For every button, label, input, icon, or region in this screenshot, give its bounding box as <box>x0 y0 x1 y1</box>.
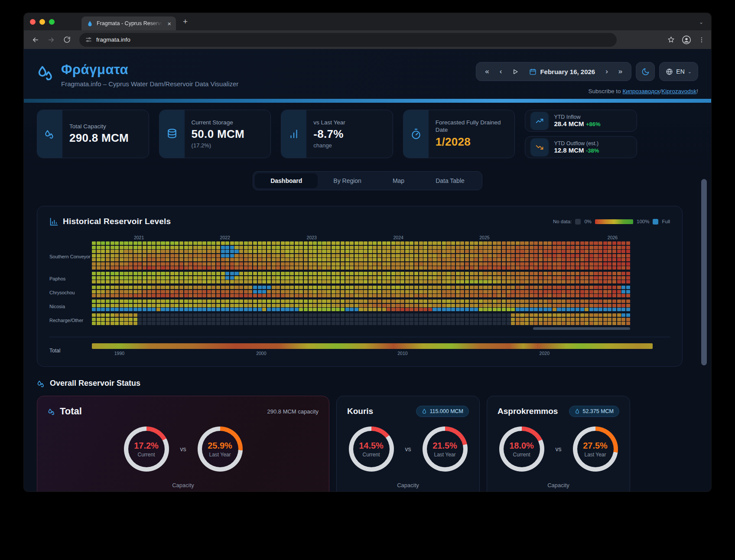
new-tab-button[interactable]: + <box>183 17 188 26</box>
current-date[interactable]: February 16, 2026 <box>540 68 595 75</box>
page-content: Φράγματα Fragmata.info – Cyprus Water Da… <box>24 49 711 492</box>
stat-value: 50.0 MCM <box>192 127 244 141</box>
forward-icon[interactable] <box>45 33 58 46</box>
status-cards-row: Total 290.8 MCM capacity 17.2%Current vs… <box>37 396 698 492</box>
url-bar[interactable]: fragmata.info <box>79 33 617 47</box>
subscribe-link-en[interactable]: Kiprozavodsk <box>661 88 696 94</box>
stat-sub: (17.2%) <box>192 142 244 149</box>
heatmap-horizontal-scrollbar[interactable] <box>533 327 630 330</box>
capacity-label: Capacity <box>48 482 319 488</box>
card-title: Asprokremmos <box>498 407 558 416</box>
heatmap-group-label: Southern Conveyor <box>49 241 92 272</box>
last-year-gauge: 27.5%Last Year <box>573 427 618 472</box>
capacity-value: 52.375 MCM <box>498 490 619 492</box>
droplet-icon <box>422 409 427 414</box>
capacity-value: 290.804 MCM <box>48 490 319 492</box>
capacity-label: Capacity <box>498 482 619 488</box>
database-icon <box>159 110 185 158</box>
droplets-icon <box>48 407 56 416</box>
droplet-icon <box>575 409 580 414</box>
header-controls: « ‹ February 16, 2026 › » <box>476 62 698 81</box>
back-icon[interactable] <box>29 33 42 46</box>
stat-sub: change <box>313 142 345 149</box>
droplets-icon <box>37 379 46 388</box>
stat-label: vs Last Year <box>313 119 345 127</box>
subscribe-link-ru[interactable]: Кипрозаводск <box>622 88 660 94</box>
page-scrollbar[interactable] <box>701 179 707 365</box>
last-year-gauge: 21.5%Last Year <box>423 427 468 472</box>
legend-no-data-label: No data: <box>553 219 572 224</box>
legend-full-swatch <box>653 219 658 225</box>
stat-card-vs-last-year: vs Last Year -8.7% change <box>281 110 393 158</box>
tab-close-icon[interactable]: × <box>166 20 172 27</box>
bookmark-star-icon[interactable] <box>667 36 675 43</box>
historical-title: Historical Reservoir Levels <box>63 217 171 226</box>
brand: Φράγματα Fragmata.info – Cyprus Water Da… <box>37 57 238 94</box>
last-date-button[interactable]: » <box>614 65 627 78</box>
status-card-kouris: Kouris 115.000 MCM 14.5%Current vs 21.5% <box>336 396 480 492</box>
stat-value: -8.7% <box>313 127 345 141</box>
globe-icon <box>666 68 673 75</box>
current-gauge: 18.0%Current <box>499 427 544 472</box>
mini-delta: -38% <box>586 147 599 154</box>
next-date-button[interactable]: › <box>601 65 612 78</box>
legend-gradient-swatch <box>595 219 633 224</box>
tab-dashboard[interactable]: Dashboard <box>255 173 318 188</box>
stat-label: Forecasted Fully Drained Date <box>436 119 508 134</box>
year-tick-label: 2026 <box>608 235 618 240</box>
current-gauge: 17.2%Current <box>124 427 169 472</box>
capacity-value: 115.000 MCM <box>347 490 469 492</box>
window-controls <box>24 19 61 25</box>
heatmap-grid[interactable] <box>92 241 630 325</box>
mini-value: 28.4 MCM <box>554 120 584 127</box>
language-selector[interactable]: EN ⌄ <box>659 62 698 81</box>
stat-card-current-storage: Current Storage 50.0 MCM (17.2%) <box>159 110 271 158</box>
heatmap-legend: No data: 0% 100% Full <box>553 219 670 225</box>
minimize-window-button[interactable] <box>39 19 45 25</box>
last-year-gauge: 25.9%Last Year <box>198 427 243 472</box>
prev-date-button[interactable]: ‹ <box>495 65 507 78</box>
trending-down-icon <box>530 138 549 156</box>
zoom-window-button[interactable] <box>49 19 55 25</box>
date-navigator: « ‹ February 16, 2026 › » <box>476 62 631 81</box>
play-button[interactable] <box>508 67 523 77</box>
tab-map[interactable]: Map <box>377 173 420 188</box>
tab-data-table[interactable]: Data Table <box>420 173 480 188</box>
site-settings-tune-icon[interactable] <box>85 36 92 43</box>
legend-no-data-swatch <box>575 219 581 225</box>
browser-tab[interactable]: Fragmata - Cyprus Reservoir × <box>81 16 176 30</box>
heatmap-group-label: Recharge/Other <box>49 313 92 327</box>
tab-by-region[interactable]: By Region <box>318 173 377 188</box>
year-tick-label: 2022 <box>220 235 230 240</box>
chart-column-icon <box>49 217 59 226</box>
card-title: Kouris <box>347 407 373 416</box>
first-date-button[interactable]: « <box>481 65 493 78</box>
header-accent-bar <box>24 99 711 103</box>
year-tick-label: 1990 <box>114 351 124 356</box>
subscribe-line: Subscribe to Кипрозаводск/Kiprozavodsk! <box>589 88 698 94</box>
status-card-total: Total 290.8 MCM capacity 17.2%Current vs… <box>37 396 329 492</box>
status-card-asprokremmos: Asprokremmos 52.375 MCM 18.0%Current vs <box>487 396 630 492</box>
capacity-label: Capacity <box>347 482 469 488</box>
tab-search-chevron-icon[interactable]: ⌄ <box>696 17 706 27</box>
browser-toolbar: fragmata.info <box>24 30 711 49</box>
ytd-inflow-card: YTD Inflow 28.4 MCM +86% <box>525 110 637 132</box>
year-tick-label: 2025 <box>479 235 489 240</box>
profile-avatar-icon[interactable] <box>682 35 691 45</box>
chevron-down-icon: ⌄ <box>688 69 692 75</box>
close-window-button[interactable] <box>30 19 36 25</box>
reload-icon[interactable] <box>60 33 73 46</box>
stat-value: 1/2028 <box>436 135 508 149</box>
total-history-strip[interactable] <box>92 343 653 349</box>
droplets-icon <box>37 110 62 158</box>
stat-card-total-capacity: Total Capacity 290.8 MCM <box>37 110 149 158</box>
ytd-outflow-card: YTD Outflow (est.) 12.8 MCM -38% <box>525 136 637 158</box>
heatmap-year-axis: 202120222023202420252026 <box>92 235 630 241</box>
heatmap-group-label: Chrysochou <box>49 286 92 300</box>
theme-toggle-button[interactable] <box>636 62 655 81</box>
browser-window: Fragmata - Cyprus Reservoir × + ⌄ fragma… <box>24 13 711 492</box>
stat-label: Current Storage <box>192 119 244 127</box>
historical-levels-card: Historical Reservoir Levels No data: 0% … <box>37 206 683 367</box>
toolbar-right <box>667 35 705 45</box>
menu-kebab-icon[interactable] <box>698 36 705 43</box>
